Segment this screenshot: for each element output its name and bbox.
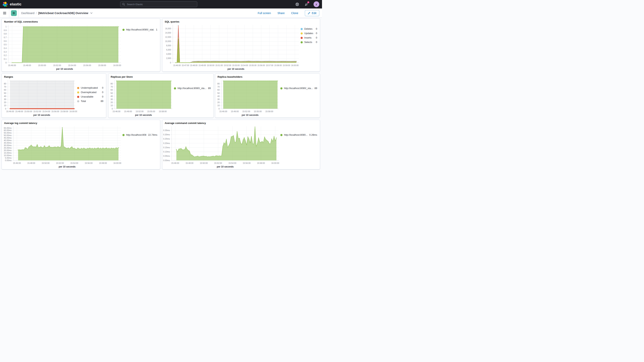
clone-button[interactable]: Clone [291, 12, 298, 15]
svg-text:15.00ms: 15.00ms [4, 152, 12, 154]
svg-text:15:49:00: 15:49:00 [198, 64, 206, 66]
legend-color-dot-icon [77, 91, 79, 94]
legend-color-dot-icon [174, 87, 176, 90]
svg-text:60: 60 [217, 89, 220, 91]
legend-value: 0 [316, 36, 317, 39]
chart-plot-area[interactable]: 02,0004,0006,0008,00010,00012,00014,0001… [162, 23, 300, 72]
svg-text:15:52:00: 15:52:00 [214, 162, 222, 164]
breadcrumb: Dashboard / [Metricbeat CockroachDB] Ove… [18, 11, 92, 15]
svg-text:15:52:00: 15:52:00 [136, 110, 144, 112]
svg-text:0: 0 [5, 108, 6, 110]
svg-text:0.35ms: 0.35ms [163, 129, 170, 132]
chart-plot-area[interactable]: 0102030405060708015:46:0015:49:0015:52:0… [108, 78, 174, 118]
panel-average-command-commit-latency: Average command commit latency0.00ms0.05… [162, 120, 320, 170]
svg-text:60: 60 [4, 89, 6, 91]
edit-button[interactable]: Edit [305, 10, 319, 16]
svg-text:50: 50 [110, 92, 113, 94]
chart-legend: http://localhost:8080/_sta...89 [280, 78, 320, 118]
legend-value: 0 [316, 28, 317, 30]
svg-text:60.00ms: 60.00ms [4, 129, 12, 132]
legend-color-dot-icon [300, 37, 303, 39]
chart-plot-area[interactable]: 0.00ms0.05ms0.10ms0.15ms0.20ms0.25ms0.30… [162, 125, 280, 169]
svg-text:80: 80 [4, 82, 6, 85]
search-icon [122, 3, 125, 6]
svg-text:15:54:00: 15:54:00 [241, 64, 248, 66]
svg-text:15:46:00: 15:46:00 [173, 64, 181, 66]
svg-text:15:46:00: 15:46:00 [13, 162, 21, 164]
legend-item[interactable]: Selects0 [300, 41, 317, 44]
svg-text:15:49:00: 15:49:00 [231, 110, 239, 112]
hamburger-icon [3, 12, 6, 14]
global-search[interactable] [120, 1, 197, 7]
legend-color-dot-icon [300, 41, 303, 43]
chart-plot-area[interactable]: 0102030405060708015:46:0015:49:0015:52:0… [215, 78, 280, 118]
svg-text:10: 10 [217, 104, 220, 106]
svg-text:15:58:00: 15:58:00 [257, 162, 265, 164]
chart-plot-area[interactable]: 0102030405060708015:46:0015:48:0015:50:0… [2, 78, 77, 118]
help-icon[interactable] [295, 2, 299, 6]
user-avatar[interactable]: r [314, 1, 319, 7]
legend-color-dot-icon [77, 96, 79, 98]
svg-text:0.7: 0.7 [4, 36, 6, 38]
chart-plot-area[interactable]: 0.00ms5.00ms10.00ms15.00ms20.00ms25.00ms… [2, 125, 122, 169]
svg-text:15:52:00: 15:52:00 [56, 162, 64, 164]
panel-replicas-per-store: Replicas per Store0102030405060708015:46… [108, 74, 214, 118]
chart-plot-area[interactable]: 00.10.20.30.40.50.60.70.80.9115:46:0015:… [2, 23, 122, 72]
svg-text:0.8: 0.8 [4, 32, 6, 35]
breadcrumb-dashboard[interactable]: Dashboard [21, 12, 34, 15]
legend-item[interactable]: http://localhost:808...22.74ms [122, 134, 157, 136]
legend-item[interactable]: Updates0 [300, 32, 317, 35]
svg-text:60: 60 [110, 89, 113, 91]
menu-button[interactable] [0, 8, 9, 18]
legend-item[interactable]: Total89 [77, 100, 103, 102]
chevron-down-icon[interactable] [90, 12, 92, 14]
svg-text:15:49:00: 15:49:00 [124, 110, 132, 112]
svg-text:30: 30 [110, 98, 113, 100]
svg-text:15:46:00: 15:46:00 [8, 64, 16, 66]
legend-label: http://localhost:8080... [284, 134, 308, 136]
svg-text:50.00ms: 50.00ms [4, 134, 12, 136]
svg-text:10: 10 [4, 104, 6, 106]
legend-value: 89 [208, 87, 211, 90]
svg-text:20: 20 [4, 101, 6, 104]
svg-text:0.2: 0.2 [4, 54, 6, 56]
legend-item[interactable]: Inserts0 [300, 36, 317, 39]
svg-text:8,000: 8,000 [166, 44, 171, 47]
panel-title: Average log commit latency [2, 120, 160, 125]
svg-text:0.1: 0.1 [4, 58, 6, 60]
svg-text:5.00ms: 5.00ms [5, 157, 12, 159]
svg-text:30: 30 [4, 98, 6, 100]
legend-item[interactable]: http://localhost:8080/_sta...89 [174, 87, 211, 90]
svg-text:15:56:00: 15:56:00 [258, 64, 265, 66]
global-search-input[interactable] [126, 3, 195, 6]
panel-title: SQL queries [162, 18, 320, 23]
legend-item[interactable]: Underreplicated0 [77, 86, 103, 89]
legend-label: http://localhost:8080/_stat... [126, 28, 154, 31]
edit-button-label: Edit [312, 12, 316, 15]
svg-text:15:58:00: 15:58:00 [98, 64, 106, 66]
svg-text:15:48:00: 15:48:00 [186, 162, 194, 164]
fullscreen-button[interactable]: Full screen [258, 12, 271, 15]
legend-item[interactable]: http://localhost:8080...0.26ms [280, 134, 317, 136]
legend-value: 0 [316, 41, 317, 44]
space-badge[interactable]: D [11, 10, 17, 16]
chart-legend: http://localhost:8080/_sta...89 [174, 78, 214, 118]
brand-text: elastic [10, 2, 22, 6]
svg-text:4,000: 4,000 [166, 53, 171, 55]
legend-item[interactable]: http://localhost:8080/_sta...89 [280, 87, 317, 90]
share-button[interactable]: Share [278, 12, 284, 15]
legend-item[interactable]: http://localhost:8080/_stat...1 [122, 28, 157, 31]
svg-text:0: 0 [218, 108, 220, 110]
svg-text:0.10ms: 0.10ms [163, 150, 170, 153]
dashboard-header: D Dashboard / [Metricbeat CockroachDB] O… [0, 8, 322, 18]
legend-item[interactable]: Overreplicated0 [77, 91, 103, 94]
svg-text:50: 50 [4, 92, 6, 94]
legend-item[interactable]: Deletes0 [300, 28, 317, 30]
newsfeed-icon[interactable] [304, 2, 308, 6]
legend-item[interactable]: Unavailable0 [77, 96, 103, 98]
space-cell: D [9, 8, 18, 18]
panel-title: Average command commit latency [162, 120, 320, 125]
elastic-logo-icon [2, 1, 8, 7]
svg-text:20: 20 [217, 101, 220, 104]
svg-text:0.25ms: 0.25ms [163, 138, 170, 140]
